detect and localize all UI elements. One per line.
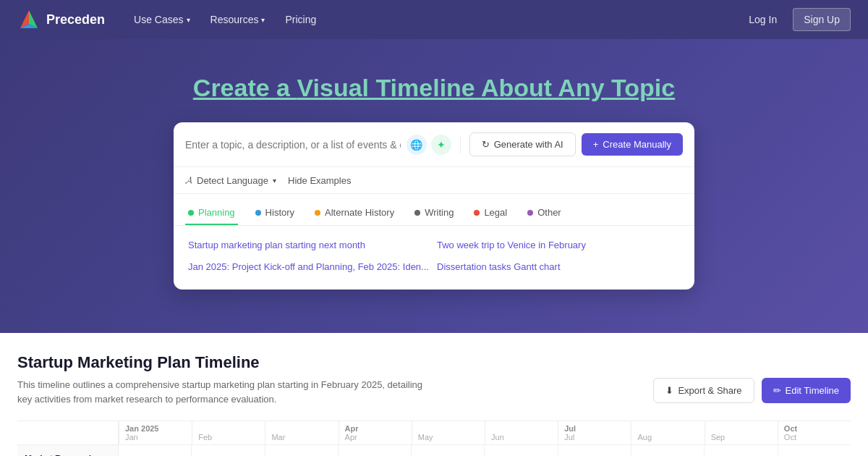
nav-use-cases[interactable]: Use Cases ▾ xyxy=(125,8,198,31)
generate-button[interactable]: ↻ Generate with AI xyxy=(469,132,576,156)
month-sub-aug: Aug xyxy=(637,433,698,442)
language-icon[interactable]: 🌐 xyxy=(407,135,427,155)
month-sub-apr: Apr xyxy=(345,433,406,442)
search-icons: 🌐 ✦ xyxy=(407,135,451,155)
tab-dot-history xyxy=(255,210,261,216)
month-top-apr: Apr xyxy=(345,424,406,433)
month-col-may: · May xyxy=(412,421,485,444)
month-sub-sep: Sep xyxy=(711,433,772,442)
chevron-down-icon: ▾ xyxy=(187,16,190,24)
month-sub-mar: Mar xyxy=(271,433,332,442)
nav-resources[interactable]: Resources ▾ xyxy=(202,8,274,31)
edit-timeline-button[interactable]: ✏ Edit Timeline xyxy=(762,378,851,403)
tabs-row: Planning History Alternate History Writi… xyxy=(174,194,694,226)
timeline-body: Market Research xyxy=(17,445,851,456)
month-col-oct: Oct Oct xyxy=(778,421,851,444)
tab-legal[interactable]: Legal xyxy=(471,201,510,225)
month-sub-jun: Jun xyxy=(491,433,552,442)
search-options-row: 𝓐 Detect Language ▾ Hide Examples xyxy=(174,167,694,194)
tab-writing[interactable]: Writing xyxy=(412,201,456,225)
month-col-feb: · Feb xyxy=(192,421,265,444)
create-manually-button[interactable]: + Create Manually xyxy=(582,133,683,156)
tab-other[interactable]: Other xyxy=(524,201,564,225)
tab-planning[interactable]: Planning xyxy=(185,201,238,225)
month-sub-feb: Feb xyxy=(198,433,259,442)
example-link-1[interactable]: Startup marketing plan starting next mon… xyxy=(185,235,434,256)
signup-button[interactable]: Sign Up xyxy=(793,8,851,31)
month-sub-jan: Jan xyxy=(125,433,186,442)
month-sub-may: May xyxy=(418,433,479,442)
hero-section: Create a Visual Timeline About Any Topic… xyxy=(0,39,868,333)
search-input-row: 🌐 ✦ ↻ Generate with AI + Create Manually xyxy=(174,122,694,167)
examples-grid: Startup marketing plan starting next mon… xyxy=(174,226,694,290)
timeline-description: This timeline outlines a comprehensive s… xyxy=(17,378,437,406)
tab-alternate-history[interactable]: Alternate History xyxy=(312,201,397,225)
nav-actions: Log In Sign Up xyxy=(739,8,851,31)
month-sub-jul: Jul xyxy=(564,433,625,442)
label-spacer xyxy=(17,421,119,444)
month-sub-oct: Oct xyxy=(784,433,845,442)
event-row-market-research: 🔍 Conduct market research FEB 1, 2025 · … xyxy=(119,452,851,456)
tab-dot-planning xyxy=(188,210,194,216)
tab-history[interactable]: History xyxy=(252,201,297,225)
hide-examples[interactable]: Hide Examples xyxy=(288,175,351,186)
month-col-aug: · Aug xyxy=(631,421,704,444)
example-link-2[interactable]: Two week trip to Venice in February xyxy=(434,235,683,256)
tab-dot-legal xyxy=(474,210,480,216)
hero-title: Create a Visual Timeline About Any Topic xyxy=(193,74,675,102)
tab-dot-writing xyxy=(414,210,420,216)
nav-links: Use Cases ▾ Resources ▾ Pricing xyxy=(125,8,739,31)
chevron-down-icon: ▾ xyxy=(273,177,276,185)
timeline-gantt-area: 🔍 Conduct market research FEB 1, 2025 · … xyxy=(119,445,851,456)
login-button[interactable]: Log In xyxy=(739,8,787,31)
month-col-jun: · Jun xyxy=(485,421,558,444)
month-col-jul: Jul Jul xyxy=(558,421,631,444)
plus-icon: + xyxy=(593,139,599,150)
detect-language[interactable]: 𝓐 Detect Language ▾ xyxy=(185,174,276,186)
search-input[interactable] xyxy=(185,139,401,151)
hero-title-accent: Visual Timeline xyxy=(297,74,475,101)
timeline-actions: ⬇ Export & Share ✏ Edit Timeline xyxy=(653,378,851,403)
logo[interactable]: Preceden xyxy=(17,8,105,31)
chevron-down-icon: ▾ xyxy=(261,16,265,24)
month-headers: Jan 2025 Jan · Feb · Mar Apr Apr · xyxy=(17,421,851,445)
pencil-icon: ✏ xyxy=(773,385,781,396)
month-col-mar: · Mar xyxy=(265,421,338,444)
example-link-4[interactable]: Dissertation tasks Gantt chart xyxy=(434,256,683,278)
export-share-button[interactable]: ⬇ Export & Share xyxy=(653,378,754,403)
month-top-oct: Oct xyxy=(784,424,845,433)
navbar: Preceden Use Cases ▾ Resources ▾ Pricing… xyxy=(0,0,868,39)
ai-icon[interactable]: ✦ xyxy=(431,135,451,155)
download-icon: ⬇ xyxy=(665,385,673,396)
tab-dot-alt-history xyxy=(315,210,320,216)
timeline-desc-row: This timeline outlines a comprehensive s… xyxy=(17,378,851,406)
example-link-3[interactable]: Jan 2025: Project Kick-off and Planning,… xyxy=(185,256,434,278)
section-label-market-research: Market Research xyxy=(17,445,119,456)
search-card: 🌐 ✦ ↻ Generate with AI + Create Manually… xyxy=(174,122,694,290)
month-col-apr: Apr Apr xyxy=(339,421,412,444)
nav-pricing[interactable]: Pricing xyxy=(276,8,325,31)
divider xyxy=(460,136,461,153)
month-top-jan: Jan 2025 xyxy=(125,424,186,433)
translate-icon: 𝓐 xyxy=(185,174,192,186)
month-col-sep: · Sep xyxy=(705,421,778,444)
month-col-jan: Jan 2025 Jan xyxy=(119,421,192,444)
timeline-chart: Jan 2025 Jan · Feb · Mar Apr Apr · xyxy=(17,421,851,456)
main-content: Startup Marketing Plan Timeline This tim… xyxy=(0,333,868,456)
tab-dot-other xyxy=(527,210,533,216)
month-top-jul: Jul xyxy=(564,424,625,433)
month-labels: Jan 2025 Jan · Feb · Mar Apr Apr · xyxy=(119,421,851,444)
refresh-icon: ↻ xyxy=(482,139,490,150)
timeline-title: Startup Marketing Plan Timeline xyxy=(17,353,851,372)
logo-text: Preceden xyxy=(46,12,105,28)
